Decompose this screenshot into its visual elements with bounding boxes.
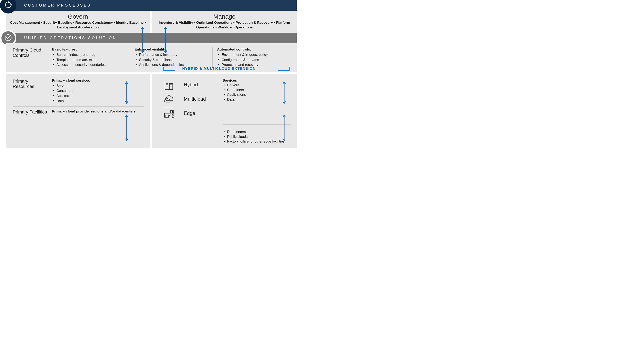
facilities-list: Datacenters Public clouds Factory, offic…: [223, 130, 291, 144]
primary-cloud-services: Primary cloud services Servers Container…: [52, 78, 144, 104]
list-item: Factory, office, or other edge facilitie…: [227, 139, 291, 144]
primary-resources-label: Primary Resources: [13, 78, 48, 89]
svg-point-3: [8, 7, 9, 8]
hybrid-panel: Hybrid Services Servers Containers Appli…: [152, 74, 297, 148]
divider: [13, 106, 144, 106]
govern-panel: Govern Cost Management • Security Baseli…: [6, 11, 150, 33]
list-item: Configuration & updates: [222, 58, 291, 62]
automated-controls: Automated controls: Environment & in-gue…: [217, 48, 291, 68]
svg-point-2: [11, 4, 12, 6]
list-item: Performance & inventory: [139, 52, 208, 58]
list-item: Environment & in-guest policy: [222, 52, 291, 58]
primary-facilities-text: Primary cloud provider regions and/or da…: [52, 110, 144, 114]
basic-features: Basic features: Search, index, group, ta…: [52, 48, 125, 68]
list-item: Public clouds: [227, 134, 291, 139]
manage-panel: Manage Inventory & Visibility • Optimize…: [152, 11, 297, 33]
unified-ops-bar: UNIFIED OPERATIONS SOLUTION: [6, 33, 297, 43]
list-item: Servers: [227, 82, 291, 88]
svg-point-0: [5, 2, 11, 8]
svg-rect-7: [169, 84, 173, 90]
list-item: Data: [57, 98, 144, 104]
list-item: Security & compliance: [139, 58, 208, 62]
govern-subtitle: Cost Management • Security Baseline • Re…: [10, 20, 146, 30]
buildings-icon: [159, 78, 180, 91]
enhanced-title: Enhanced visibility:: [135, 48, 208, 52]
divider: [212, 48, 213, 68]
services-title: Services: [223, 78, 291, 82]
list-item: Applications: [57, 94, 144, 98]
clouds-icon: [159, 93, 180, 105]
list-item: Data: [227, 97, 291, 102]
divider: [130, 48, 130, 68]
multicloud-label: Multicloud: [184, 96, 219, 102]
basic-features-title: Basic features:: [52, 48, 125, 52]
primary-left-panel: Primary Resources Primary cloud services…: [6, 74, 150, 148]
services-list: Services Servers Containers Applications…: [223, 78, 291, 102]
list-item: Datacenters: [227, 130, 291, 134]
svg-point-1: [8, 2, 9, 3]
edge-label: Edge: [184, 110, 219, 116]
hme-label: HYBRID & MULTICLOUD EXTENSION: [182, 67, 256, 71]
list-item: Access and security boundaries: [57, 62, 125, 68]
pcs-title: Primary cloud services: [52, 78, 144, 82]
svg-point-4: [5, 4, 6, 6]
bracket-left-icon: [163, 67, 176, 71]
list-item: Containers: [57, 88, 144, 94]
automated-title: Automated controls:: [217, 48, 291, 52]
svg-point-19: [170, 112, 171, 112]
primary-facilities-label: Primary Facilities: [13, 110, 48, 115]
customer-processes-title: CUSTOMER PROCESSES: [24, 3, 91, 8]
unified-ops-title: UNIFIED OPERATIONS SOLUTION: [24, 36, 117, 40]
manage-title: Manage: [156, 13, 293, 20]
list-item: Search, index, group, tag: [57, 52, 125, 58]
list-item: Applications: [227, 92, 291, 97]
govern-title: Govern: [10, 13, 146, 20]
manage-subtitle: Inventory & Visibility • Optimized Opera…: [156, 20, 293, 30]
bracket-right-icon: [278, 67, 290, 71]
customer-processes-bar: CUSTOMER PROCESSES: [6, 0, 297, 11]
list-item: Template, automate, extend: [57, 58, 125, 62]
checkmark-icon: [4, 34, 12, 42]
divider: [223, 124, 291, 124]
hybrid-label: Hybrid: [184, 82, 219, 88]
enhanced-visibility: Enhanced visibility: Performance & inven…: [135, 48, 208, 68]
process-cycle-icon: [4, 0, 13, 10]
pcc-label: Primary Cloud Controls: [13, 48, 48, 58]
primary-cloud-controls-panel: Primary Cloud Controls Basic features: S…: [6, 43, 297, 72]
list-item: Containers: [227, 88, 291, 92]
factory-crane-icon: [159, 107, 180, 120]
list-item: Servers: [57, 84, 144, 88]
